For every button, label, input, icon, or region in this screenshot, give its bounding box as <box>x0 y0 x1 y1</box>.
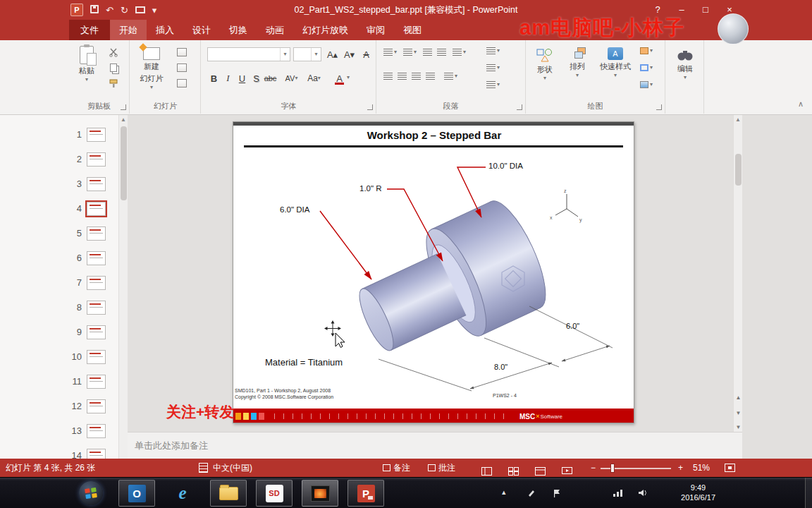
tab-animations[interactable]: 动画 <box>257 20 293 40</box>
numbering-button[interactable]: ▾ <box>403 49 417 56</box>
slide-thumbnail[interactable] <box>87 375 106 389</box>
slide-thumb-row-13[interactable]: 13 <box>0 418 118 443</box>
slide-thumbnail-selected[interactable] <box>87 202 106 216</box>
comments-toggle[interactable]: 批注 <box>428 459 455 477</box>
align-center-button[interactable] <box>398 73 407 80</box>
notes-pane[interactable]: 单击此处添加备注 <box>128 432 742 459</box>
paragraph-dialog-launcher[interactable] <box>517 104 522 110</box>
tab-view[interactable]: 视图 <box>394 20 431 40</box>
tab-review[interactable]: 审阅 <box>357 20 394 40</box>
tray-flag-icon[interactable] <box>553 489 560 499</box>
quick-styles-button[interactable]: A 快速样式 ▾ <box>595 44 636 78</box>
taskbar-sd-app[interactable]: SD <box>256 480 293 507</box>
zoom-slider-thumb[interactable] <box>610 464 615 473</box>
layout-button[interactable] <box>176 46 188 59</box>
taskbar-powerpoint[interactable]: P <box>347 480 384 507</box>
slide-thumb-row-5[interactable]: 5 <box>0 221 118 246</box>
thumbnail-panel-scrollbar[interactable]: ▲ <box>118 115 128 459</box>
arrange-button[interactable]: 排列 ▾ <box>562 44 592 78</box>
slide-thumbnail[interactable] <box>87 177 106 191</box>
slide-thumbnail[interactable] <box>87 276 106 290</box>
slide-thumbnail[interactable] <box>87 424 106 438</box>
tray-volume-icon[interactable] <box>639 489 648 498</box>
taskbar-internet-explorer[interactable]: e <box>164 480 201 507</box>
zoom-level[interactable]: 51% <box>693 459 710 477</box>
slide-thumb-row-8[interactable]: 8 <box>0 295 118 320</box>
language-label[interactable]: 中文(中国) <box>213 459 252 477</box>
convert-smartart-button[interactable]: ▾ <box>486 81 500 88</box>
underline-button[interactable]: U <box>235 71 249 85</box>
slide-thumb-row-2[interactable]: 2 <box>0 147 118 171</box>
italic-button[interactable]: I <box>221 71 235 85</box>
columns-button[interactable]: ▾ <box>444 73 457 80</box>
slide-thumb-row-3[interactable]: 3 <box>0 171 118 196</box>
taskbar-media-app[interactable] <box>302 480 338 507</box>
slide-thumb-row-4[interactable]: 4 <box>0 196 118 221</box>
slide-thumb-row-10[interactable]: 10 <box>0 344 118 369</box>
font-name-combo[interactable]: ▾ <box>207 47 290 61</box>
previous-slide-button[interactable]: ▲ <box>734 392 743 404</box>
font-color-button[interactable]: A <box>333 71 346 85</box>
collapse-ribbon-button[interactable]: ∧ <box>798 99 804 109</box>
shrink-font-button[interactable]: A▾ <box>343 47 356 61</box>
tab-transitions[interactable]: 切换 <box>220 20 257 40</box>
align-left-button[interactable] <box>383 73 393 80</box>
slide-thumbnail[interactable] <box>87 350 106 364</box>
tray-pen-icon[interactable] <box>527 489 535 499</box>
show-desktop-button[interactable] <box>805 478 812 508</box>
clipboard-dialog-launcher[interactable] <box>121 104 126 110</box>
taskbar-clock[interactable]: 9:49 2016/6/17 <box>681 483 715 502</box>
font-color-dropdown[interactable]: ▾ <box>347 75 350 80</box>
text-direction-button[interactable]: ▾ <box>486 47 500 54</box>
copy-button[interactable] <box>107 61 120 74</box>
slide-thumbnail[interactable] <box>87 449 106 459</box>
restore-button[interactable]: □ <box>694 0 718 20</box>
clear-formatting-button[interactable]: A <box>359 47 373 61</box>
notes-placeholder[interactable]: 单击此处添加备注 <box>135 440 208 452</box>
taskbar-outlook[interactable]: O <box>118 480 155 507</box>
slide-thumb-row-14[interactable]: 14 <box>0 443 118 459</box>
grow-font-button[interactable]: A▴ <box>326 47 339 61</box>
reset-slide-button[interactable] <box>176 61 188 74</box>
tab-home[interactable]: 开始 <box>110 20 147 40</box>
slide-thumbnail[interactable] <box>87 399 106 413</box>
scroll-up-icon[interactable]: ▲ <box>734 115 742 125</box>
slide-thumb-row-12[interactable]: 12 <box>0 394 118 418</box>
slide-thumbnail[interactable] <box>87 226 106 241</box>
slide-thumb-row-11[interactable]: 11 <box>0 369 118 394</box>
slide-thumbnail[interactable] <box>87 325 106 339</box>
text-shadow-button[interactable]: S <box>250 71 263 85</box>
shapes-button[interactable]: 形状 ▾ <box>530 44 560 80</box>
cut-button[interactable] <box>107 46 120 59</box>
tab-insert[interactable]: 插入 <box>147 20 183 40</box>
character-spacing-button[interactable]: AV▾ <box>285 71 298 85</box>
shape-effects-button[interactable]: ▾ <box>640 81 653 88</box>
slide-thumb-row-6[interactable]: 6 <box>0 246 118 270</box>
slide-thumbnail[interactable] <box>87 251 106 265</box>
editing-button[interactable]: 编辑 ▾ <box>670 44 701 80</box>
shape-fill-button[interactable]: ▾ <box>640 47 653 54</box>
new-slide-button[interactable]: 新建 幻灯片 ▾ <box>135 44 168 90</box>
slide-thumbnail[interactable] <box>87 301 106 315</box>
next-slide-button[interactable]: ▼ <box>734 407 743 420</box>
align-right-button[interactable] <box>412 73 421 80</box>
slide-thumb-row-7[interactable]: 7 <box>0 270 118 295</box>
panel-scroll-up-icon[interactable]: ▲ <box>119 115 128 125</box>
strikethrough-button[interactable]: abc <box>264 71 277 85</box>
scroll-thumb[interactable] <box>735 154 742 186</box>
slide-canvas[interactable]: Workshop 2 – Stepped Bar <box>233 121 634 423</box>
tray-expand-button[interactable]: ▴ <box>502 488 506 497</box>
bullets-button[interactable]: ▾ <box>383 49 397 56</box>
slide-thumbnail[interactable] <box>87 152 106 167</box>
justify-button[interactable] <box>426 73 435 80</box>
tray-network-icon[interactable] <box>613 489 622 498</box>
bold-button[interactable]: B <box>207 71 221 85</box>
zoom-out-button[interactable]: − <box>591 459 596 477</box>
panel-scroll-thumb[interactable] <box>121 126 127 200</box>
change-case-button[interactable]: Aa▾ <box>307 71 321 85</box>
start-button[interactable] <box>79 481 103 505</box>
tab-slideshow[interactable]: 幻灯片放映 <box>293 20 357 40</box>
section-button[interactable] <box>176 77 188 90</box>
slide-thumbnail[interactable] <box>87 128 106 142</box>
tab-file[interactable]: 文件 <box>69 20 110 40</box>
